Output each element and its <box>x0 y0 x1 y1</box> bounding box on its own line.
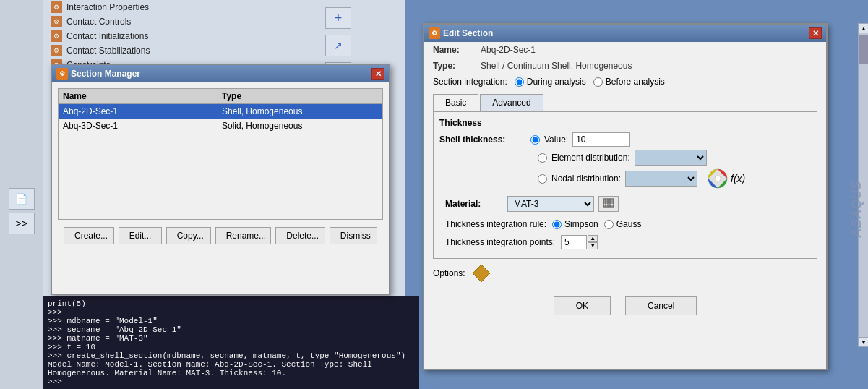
bottom-buttons: OK Cancel <box>424 288 826 324</box>
simpson-radio-group: Simpson <box>552 219 598 229</box>
section-manager-close-button[interactable]: ✕ <box>371 68 384 80</box>
shell-thickness-label: Shell thickness: <box>439 134 526 145</box>
nodal-dist-row: Nodal distribution: f(x) <box>439 168 811 189</box>
nodal-dist-label: Nodal distribution: <box>551 174 621 184</box>
element-dist-dropdown[interactable] <box>635 150 707 166</box>
shell-thickness-row: Shell thickness: Value: 10 <box>439 132 811 147</box>
during-analysis-label: During analysis <box>527 77 586 87</box>
nav-item-interaction[interactable]: ⚙ Interaction Properties <box>43 0 361 14</box>
rename-button[interactable]: Rename... <box>215 227 272 244</box>
material-edit-button[interactable] <box>598 196 619 212</box>
nodal-dist-radio[interactable] <box>538 174 547 184</box>
during-analysis-radio-group: During analysis <box>515 77 586 87</box>
type-row: Type: Shell / Continuum Shell, Homogeneo… <box>424 58 826 74</box>
before-analysis-label: Before analysis <box>606 77 665 87</box>
copy-button[interactable]: Copy... <box>166 227 211 244</box>
table-row[interactable]: Abq-2D-Sec-1 Shell, Homogeneous <box>59 104 382 119</box>
tab-advanced[interactable]: Advanced <box>480 94 543 111</box>
table-row[interactable]: Abq-3D-Sec-1 Solid, Homogeneous <box>59 119 382 133</box>
ok-button[interactable]: OK <box>554 296 611 315</box>
gauss-radio[interactable] <box>604 220 614 229</box>
arrow-btn[interactable]: ↗ <box>325 35 351 56</box>
console-line-3: >>> mdbname = "Model-1" <box>48 317 415 325</box>
section-manager-buttons: Create... Edit... Copy... Rename... Dele… <box>58 220 383 252</box>
options-row: Options: <box>424 259 826 288</box>
edit-section-close-button[interactable]: ✕ <box>809 27 822 39</box>
integration-points-input[interactable] <box>561 235 587 249</box>
abaqus-logo: ABAQUS <box>849 181 864 238</box>
edit-section-titlebar[interactable]: ⚙ Edit Section ✕ <box>424 25 826 42</box>
console-line-6: >>> t = 10 <box>48 343 415 351</box>
nav-items: ⚙ Interaction Properties ⚙ Contact Contr… <box>43 0 361 72</box>
create-button[interactable]: Create... <box>64 227 114 244</box>
nav-item-contact-controls[interactable]: ⚙ Contact Controls <box>43 14 361 29</box>
value-radio[interactable] <box>530 135 540 145</box>
spinner-buttons: ▲ ▼ <box>588 235 598 249</box>
before-analysis-radio[interactable] <box>593 77 603 87</box>
spinner-down-button[interactable]: ▼ <box>588 242 598 249</box>
dismiss-button[interactable]: Dismiss <box>330 227 377 244</box>
section-manager-icon: ⚙ <box>56 68 68 80</box>
nodal-dist-dropdown[interactable] <box>625 171 697 187</box>
scroll-down-button[interactable]: ▼ <box>859 337 868 347</box>
section-manager-title: Section Manager <box>71 69 140 79</box>
cancel-button[interactable]: Cancel <box>625 296 697 315</box>
console-line-1: print(5) <box>48 299 415 308</box>
edit-section-icon: ⚙ <box>429 27 440 39</box>
nav-icon-stab: ⚙ <box>51 45 62 56</box>
nav-label-interaction: Interaction Properties <box>66 2 149 12</box>
integration-rule-label: Thickness integration rule: <box>445 219 546 229</box>
left-sidebar: 📄 >> <box>0 0 43 389</box>
before-analysis-radio-group: Before analysis <box>593 77 665 87</box>
table-header: Name Type <box>58 88 383 104</box>
edit-button[interactable]: Edit... <box>119 227 162 244</box>
integration-points-row: Thickness integration points: ▲ ▼ <box>439 232 811 252</box>
row-1-name: Abq-2D-Sec-1 <box>63 106 222 116</box>
console-line-2: >>> <box>48 308 415 317</box>
nav-label-init: Contact Initializations <box>66 31 148 41</box>
nav-icon-contact: ⚙ <box>51 16 62 27</box>
material-dropdown[interactable]: MAT-3 <box>507 196 594 212</box>
name-row: Name: Abq-2D-Sec-1 <box>424 42 826 58</box>
simpson-radio[interactable] <box>552 220 562 229</box>
tab-basic[interactable]: Basic <box>433 94 478 111</box>
nav-label-contact: Contact Controls <box>66 17 131 27</box>
row-2-type: Solid, Homogeneous <box>222 121 352 131</box>
nav-item-contact-stab[interactable]: ⚙ Contact Stabilizations <box>43 43 361 58</box>
nav-label-stab: Contact Stabilizations <box>66 46 150 56</box>
gauss-radio-group: Gauss <box>604 219 642 229</box>
add-button[interactable]: + <box>325 7 351 29</box>
svg-point-1 <box>715 176 721 181</box>
titlebar-left: ⚙ Section Manager <box>56 68 140 80</box>
console-panel: print(5) >>> >>> mdbname = "Model-1" >>>… <box>43 296 419 389</box>
integration-points-label: Thickness integration points: <box>445 237 555 247</box>
spinner-up-button[interactable]: ▲ <box>588 235 598 242</box>
edit-section-dialog: ⚙ Edit Section ✕ Name: Abq-2D-Sec-1 Type… <box>423 23 828 370</box>
integration-points-spinner: ▲ ▼ <box>561 235 598 249</box>
element-dist-radio[interactable] <box>538 153 547 163</box>
console-line-5: >>> matname = "MAT-3" <box>48 334 415 343</box>
fx-text: f(x) <box>731 173 745 184</box>
element-dist-row: Element distribution: <box>439 150 811 166</box>
col-header-type: Type <box>222 91 352 101</box>
value-input[interactable]: 10 <box>572 132 630 147</box>
section-manager-content: Name Type Abq-2D-Sec-1 Shell, Homogeneou… <box>52 82 389 257</box>
during-analysis-radio[interactable] <box>515 77 524 87</box>
options-diamond-icon[interactable] <box>471 263 491 283</box>
sidebar-icon-1[interactable]: 📄 <box>9 188 35 210</box>
material-label: Material: <box>445 199 503 209</box>
sidebar-icon-2[interactable]: >> <box>9 213 35 234</box>
nav-item-contact-init[interactable]: ⚙ Contact Initializations <box>43 29 361 43</box>
scroll-up-button[interactable]: ▲ <box>859 23 868 33</box>
section-manager-titlebar[interactable]: ⚙ Section Manager ✕ <box>52 65 389 82</box>
delete-button[interactable]: Delete... <box>275 227 325 244</box>
simpson-label: Simpson <box>564 219 598 229</box>
row-2-name: Abq-3D-Sec-1 <box>63 121 222 131</box>
section-manager-dialog: ⚙ Section Manager ✕ Name Type Abq-2D-Sec… <box>51 64 390 295</box>
integration-row: Section integration: During analysis Bef… <box>424 74 826 90</box>
scroll-thumb[interactable] <box>859 35 868 64</box>
nav-icon-interaction: ⚙ <box>51 1 62 13</box>
value-label: Value: <box>544 134 568 145</box>
element-dist-label: Element distribution: <box>551 153 630 163</box>
arrow-icon: >> <box>15 218 27 229</box>
